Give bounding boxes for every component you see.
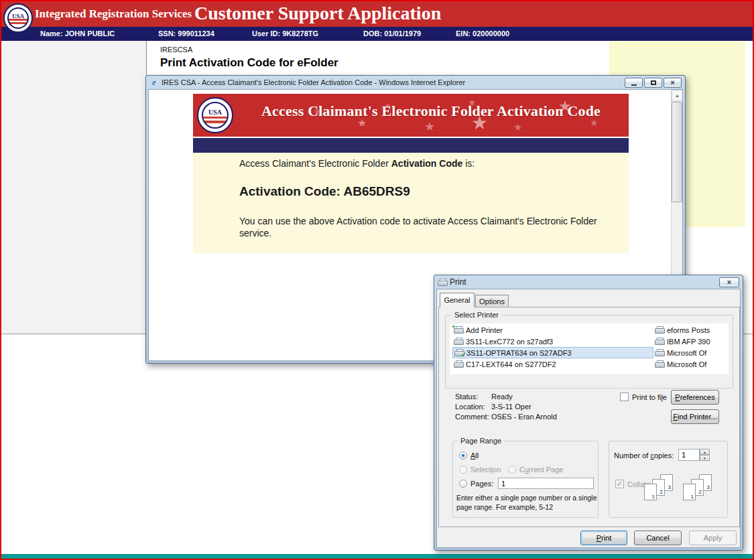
- user-info-bar: Name: JOHN PUBLIC SSN: 999011234 User ID…: [1, 27, 753, 41]
- ie-icon: e: [149, 77, 159, 88]
- user-name: Name: JOHN PUBLIC: [40, 29, 115, 38]
- maximize-icon: [651, 80, 656, 85]
- activation-message-panel: Access Claimant's Electronic Folder Acti…: [193, 153, 629, 253]
- cancel-button[interactable]: Cancel: [634, 531, 682, 545]
- activation-instructions: You can use the above Activation code to…: [239, 215, 613, 239]
- printer-icon: [655, 360, 664, 368]
- user-dob: DOB: 01/01/1979: [363, 29, 421, 38]
- brand-title: Integrated Registration Services: [35, 7, 192, 21]
- current-page-radio[interactable]: [508, 466, 516, 474]
- printer-icon: [655, 349, 664, 356]
- pages-radio[interactable]: [459, 480, 467, 488]
- tab-options[interactable]: Options: [475, 295, 509, 307]
- page-title: Print Activation Code for eFolder: [160, 56, 338, 70]
- user-id: User ID: 9K8278TG: [252, 29, 318, 38]
- star-icon: ★: [513, 122, 522, 132]
- current-page-label: Current Page: [519, 466, 563, 474]
- close-icon: ×: [727, 279, 731, 286]
- print-dialog-titlebar[interactable]: Print ×: [436, 275, 741, 289]
- scroll-up-icon[interactable]: ▲: [672, 90, 683, 101]
- print-dialog-body: General Options Select Printer + Add Pri…: [436, 289, 741, 548]
- ie-titlebar[interactable]: e IRES CSA - Access Claimant's Electroni…: [148, 76, 683, 89]
- minimize-button[interactable]: [625, 78, 643, 88]
- add-printer-icon: +: [454, 326, 463, 334]
- find-printer-button[interactable]: Find Printer...: [671, 409, 719, 424]
- printer-item-microsoft-1[interactable]: Microsoft Of: [653, 347, 727, 358]
- print-dialog-title: Print: [450, 277, 715, 287]
- printer-icon: [655, 326, 664, 334]
- pages-input[interactable]: [498, 478, 594, 489]
- print-button[interactable]: Print: [580, 531, 627, 545]
- page-range-hint: Enter either a single page number or a s…: [456, 494, 597, 512]
- printer-icon: [438, 279, 447, 286]
- minimize-icon: [631, 84, 637, 86]
- location-value: 3-S-11 Oper: [491, 403, 531, 411]
- close-button[interactable]: ×: [664, 78, 682, 88]
- selection-label: Selection: [470, 466, 501, 474]
- all-label: All: [470, 451, 479, 460]
- spin-down-icon[interactable]: ▼: [700, 455, 710, 461]
- print-to-file-label: Print to file: [632, 393, 667, 401]
- app-header: Integrated Registration Services Custome…: [1, 1, 753, 27]
- copies-input[interactable]: [678, 449, 700, 461]
- activation-code-value: Activation Code: AB65DRS9: [239, 184, 410, 199]
- selection-radio[interactable]: [459, 466, 467, 474]
- printer-row: ✓ 3S11-OPTRAT634 on S27ADF3 Microsoft Of: [452, 347, 727, 358]
- printer-item-eforms[interactable]: eforms Posts: [653, 324, 727, 336]
- scrollbar-thumb[interactable]: [672, 102, 682, 202]
- page-range-legend: Page Range: [458, 437, 504, 445]
- ie-window-title: IRES CSA - Access Claimant's Electronic …: [162, 78, 621, 86]
- screen: Integrated Registration Services Custome…: [0, 0, 754, 560]
- activation-banner: ★ ★ ★ ★ ★ ★ ★ ★ ★ USA Access Claimant's …: [193, 94, 629, 137]
- app-title: Customer Support Application: [194, 3, 441, 24]
- spin-up-icon[interactable]: ▲: [700, 449, 710, 455]
- location-label: Location:: [455, 403, 485, 411]
- number-of-copies-label: Number of copies:: [614, 451, 674, 460]
- printer-icon: [655, 338, 664, 345]
- collate-pages-icon: 3 2 1: [644, 474, 675, 504]
- select-printer-legend: Select Printer: [452, 311, 501, 319]
- preferences-button[interactable]: Preferences: [671, 390, 719, 405]
- user-ssn: SSN: 999011234: [158, 29, 214, 38]
- printer-item-microsoft-2[interactable]: Microsoft Of: [653, 358, 727, 370]
- copies-spinner: ▲ ▼: [678, 449, 710, 461]
- banner-title: Access Claimant's Electronic Folder Acti…: [236, 102, 626, 120]
- printer-row: 3S11-LexC772 on s27adf3 IBM AFP 390: [452, 336, 727, 347]
- ssa-seal-icon: USA: [197, 97, 233, 133]
- bottom-status-strip: [1, 554, 753, 559]
- all-radio[interactable]: [459, 451, 467, 460]
- star-icon: ★: [424, 121, 435, 133]
- activation-code-intro: Access Claimant's Electronic Folder Acti…: [239, 158, 475, 169]
- sidebar: [1, 41, 146, 334]
- collate-pages-icon: 3 2 1: [683, 474, 714, 504]
- maximize-button[interactable]: [644, 78, 662, 88]
- printer-list: + Add Printer eforms Posts 3S11-LexC772 …: [450, 324, 729, 374]
- printer-item-lext644[interactable]: C17-LEXT644 on S277DF2: [452, 358, 653, 370]
- printer-item-add-printer[interactable]: + Add Printer: [452, 324, 653, 336]
- printer-icon: [454, 338, 463, 345]
- status-value: Ready: [491, 393, 513, 401]
- comment-label: Comment:: [455, 413, 489, 421]
- printer-item-optrat634-selected[interactable]: ✓ 3S11-OPTRAT634 on S27ADF3: [452, 347, 653, 358]
- print-dialog: Print × General Options Select Printer +…: [434, 275, 743, 551]
- apply-button[interactable]: Apply: [689, 531, 737, 545]
- print-to-file-checkbox[interactable]: [620, 393, 629, 401]
- collate-checkbox[interactable]: ✓: [615, 480, 624, 488]
- close-icon: ×: [670, 79, 674, 86]
- printer-item-lexc772[interactable]: 3S11-LexC772 on s27adf3: [452, 336, 653, 347]
- ssa-logo-icon: USA: [3, 3, 33, 33]
- printer-row: + Add Printer eforms Posts: [452, 324, 727, 336]
- printer-icon: [454, 360, 463, 368]
- comment-value: OSES - Eran Arnold: [491, 413, 557, 421]
- print-dialog-close-button[interactable]: ×: [719, 277, 739, 287]
- tab-general[interactable]: General: [440, 293, 475, 307]
- status-label: Status:: [455, 393, 478, 401]
- user-ein: EIN: 020000000: [456, 29, 509, 38]
- default-printer-icon: ✓: [454, 349, 464, 356]
- pages-label: Pages:: [470, 480, 493, 488]
- navy-stripe: [193, 138, 629, 153]
- printer-row: C17-LEXT644 on S277DF2 Microsoft Of: [452, 358, 727, 370]
- breadcrumb: IRESCSA: [160, 46, 192, 54]
- printer-item-ibm-afp[interactable]: IBM AFP 390: [653, 336, 727, 347]
